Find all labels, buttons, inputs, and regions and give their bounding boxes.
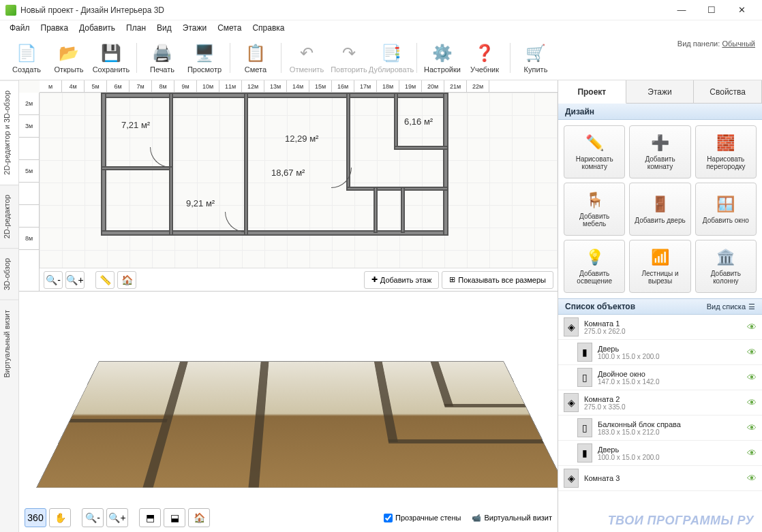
menu-add[interactable]: Добавить [74,22,121,34]
visibility-icon[interactable]: 👁 [747,322,757,332]
visibility-icon[interactable]: 👁 [747,448,757,458]
chair-icon: 🪑 [585,191,604,210]
home-3d-button[interactable]: 🏠 [188,508,210,527]
add-door-button[interactable]: 🚪Добавить дверь [629,183,690,236]
maximize-button[interactable]: ☐ [697,0,727,20]
menu-floors[interactable]: Этажи [177,22,212,34]
settings-button[interactable]: ⚙️Настройки [421,38,463,78]
buy-button[interactable]: 🛒Купить [515,38,557,78]
duplicate-icon: 📑 [380,42,402,64]
toolbar: 📄Создать 📂Открыть 💾Сохранить 🖨️Печать 🖥️… [0,35,762,80]
object-icon: ◈ [564,317,579,337]
tab-3d[interactable]: 3D-обзор [0,248,18,300]
draw-room-button[interactable]: ✏️Нарисовать комнату [564,125,625,178]
object-dimensions: 183.0 x 15.0 x 212.0 [598,428,742,436]
view-top-button[interactable]: ⬒ [139,508,161,527]
duplicate-button[interactable]: 📑Дублировать [370,38,412,78]
menu-estimate[interactable]: Смета [212,22,247,34]
menu-edit[interactable]: Правка [35,22,74,34]
visibility-icon[interactable]: 👁 [747,347,757,358]
list-item[interactable]: ▮Дверь100.0 x 15.0 x 200.0👁 [558,340,762,365]
tab-floors[interactable]: Этажи [626,80,695,103]
list-item[interactable]: ◈Комната 1275.0 x 262.0👁 [558,315,762,340]
list-item[interactable]: ◈Комната 2275.0 x 335.0👁 [558,390,762,416]
3d-render[interactable] [36,361,558,488]
view-side-button[interactable]: ⬓ [164,508,185,527]
create-button[interactable]: 📄Создать [5,38,48,78]
add-room-button[interactable]: ➕Добавить комнату [629,125,690,178]
stairs-button[interactable]: 📶Лестницы и вырезы [629,240,690,293]
preview-button[interactable]: 🖥️Просмотр [183,38,226,78]
room-area-5: 9,21 м² [186,198,215,208]
menubar: Файл Правка Добавить План Вид Этажи Смет… [0,20,762,35]
visibility-icon[interactable]: 👁 [747,422,757,433]
panel-mode-label: Вид панели: Обычный [677,40,755,48]
close-button[interactable]: ✕ [727,0,757,20]
gear-icon: ⚙️ [431,42,453,64]
tab-properties[interactable]: Свойства [694,80,762,103]
zoom-out-3d-button[interactable]: 🔍- [82,508,104,527]
monitor-icon: 🖥️ [194,42,215,64]
separator [416,43,417,73]
rotate-360-button[interactable]: 360 [25,508,46,527]
menu-plan[interactable]: План [121,22,151,34]
print-button[interactable]: 🖨️Печать [141,38,183,78]
save-button[interactable]: 💾Сохранить [90,38,132,78]
open-button[interactable]: 📂Открыть [48,38,90,78]
separator [510,43,510,73]
tab-project[interactable]: Проект [558,80,626,104]
tab-2d[interactable]: 2D-редактор [0,185,18,248]
list-item[interactable]: ▯Двойное окно147.0 x 15.0 x 142.0👁 [558,365,762,390]
measure-button[interactable]: 📏 [95,271,115,289]
titlebar: Новый проект - Дизайн Интерьера 3D — ☐ ✕ [0,0,762,20]
object-dimensions: 275.0 x 262.0 [584,328,742,335]
show-dims-button[interactable]: ⊞Показывать все размеры [442,271,553,289]
floorplan[interactable]: 7,21 м² 18,67 м² 12,29 м² 6,16 м² 9,21 м… [101,93,448,236]
object-name: Комната 2 [584,395,742,403]
draw-partition-button[interactable]: 🧱Нарисовать перегородку [695,125,757,178]
list-item[interactable]: ▮Дверь100.0 x 15.0 x 200.0👁 [558,441,762,466]
window-title: Новый проект - Дизайн Интерьера 3D [20,5,667,15]
list-item[interactable]: ▯Балконный блок справа183.0 x 15.0 x 212… [558,416,762,441]
tab-virtual[interactable]: Виртуальный визит [0,300,18,388]
visibility-icon[interactable]: 👁 [747,473,757,484]
view-mode-toggle[interactable]: Вид списка ☰ [707,302,755,311]
add-floor-button[interactable]: ✚Добавить этаж [364,271,439,289]
side-tabs: 2D-редактор и 3D-обзор 2D-редактор 3D-об… [0,80,19,532]
menu-view[interactable]: Вид [151,22,177,34]
design-header: Дизайн [558,104,762,120]
transparent-walls-checkbox[interactable]: Прозрачные стены [384,514,461,522]
tutorial-button[interactable]: ❓Учебник [463,38,506,78]
plus-icon: ✚ [371,275,378,284]
panel-mode-link[interactable]: Обычный [722,40,755,48]
menu-help[interactable]: Справка [247,22,290,34]
list-item[interactable]: ◈Комната 3👁 [558,466,762,491]
minimize-button[interactable]: — [667,0,697,20]
estimate-button[interactable]: 📋Смета [234,38,277,78]
ruler-vertical: 2м3м5м8м [19,93,40,291]
view-3d-area[interactable]: 360 ✋ 🔍- 🔍+ ⬒ ⬓ 🏠 Прозрачные стены 📹Вирт… [19,292,558,532]
separator [136,43,137,73]
virtual-visit-button[interactable]: 📹Виртуальный визит [472,514,552,522]
home-button[interactable]: 🏠 [117,271,136,289]
zoom-in-button[interactable]: 🔍+ [65,271,85,289]
object-list[interactable]: ◈Комната 1275.0 x 262.0👁▮Дверь100.0 x 15… [558,315,762,532]
visibility-icon[interactable]: 👁 [747,397,757,408]
zoom-out-button[interactable]: 🔍- [44,271,63,289]
room-area-4: 6,16 м² [404,116,433,127]
undo-button[interactable]: ↶Отменить [286,38,328,78]
menu-file[interactable]: Файл [4,22,35,34]
zoom-in-3d-button[interactable]: 🔍+ [106,508,128,527]
visibility-icon[interactable]: 👁 [747,372,757,383]
redo-button[interactable]: ↷Повторить [328,38,370,78]
list-icon: ☰ [748,302,755,311]
object-dimensions: 147.0 x 15.0 x 142.0 [598,378,742,386]
pan-button[interactable]: ✋ [49,508,71,527]
pencil-icon: ✏️ [585,134,604,153]
add-furniture-button[interactable]: 🪑Добавить мебель [564,183,625,236]
add-window-button[interactable]: 🪟Добавить окно [695,183,757,236]
tab-2d-3d[interactable]: 2D-редактор и 3D-обзор [0,80,18,185]
add-lighting-button[interactable]: 💡Добавить освещение [564,240,625,293]
add-column-button[interactable]: 🏛️Добавить колонну [695,240,757,293]
plan-2d-area[interactable]: м4м5м6м7м8м9м10м11м12м13м14м15м16м17м18м… [19,80,558,292]
